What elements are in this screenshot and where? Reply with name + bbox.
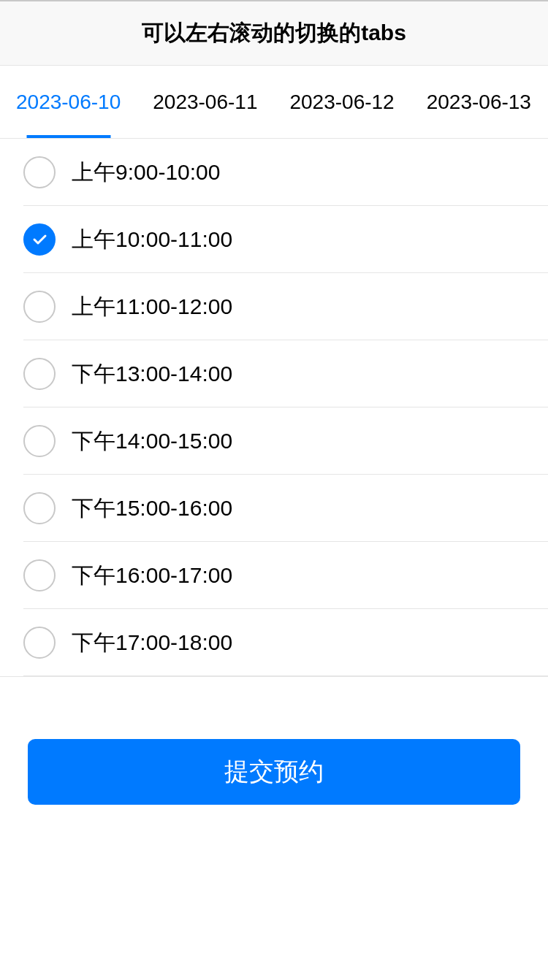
time-slot-item[interactable]: 下午16:00-17:00 [0, 542, 548, 609]
radio-button[interactable] [23, 358, 56, 390]
tab-date-0[interactable]: 2023-06-10 [0, 66, 137, 138]
time-slot-label: 上午10:00-11:00 [72, 225, 232, 255]
time-slot-label: 上午9:00-10:00 [72, 158, 220, 188]
date-tabs[interactable]: 2023-06-10 2023-06-11 2023-06-12 2023-06… [0, 66, 548, 139]
radio-button[interactable] [23, 223, 56, 256]
page-title: 可以左右滚动的切换的tabs [142, 18, 406, 48]
tab-date-3[interactable]: 2023-06-13 [411, 66, 547, 138]
tab-label: 2023-06-10 [16, 91, 121, 114]
time-slot-label: 下午16:00-17:00 [72, 561, 232, 591]
time-slot-item[interactable]: 上午9:00-10:00 [0, 139, 548, 206]
tab-label: 2023-06-12 [289, 91, 394, 114]
time-slot-item[interactable]: 上午11:00-12:00 [0, 273, 548, 340]
header: 可以左右滚动的切换的tabs [0, 0, 548, 66]
radio-button[interactable] [23, 627, 56, 659]
radio-button[interactable] [23, 425, 56, 457]
submit-button[interactable]: 提交预约 [28, 739, 520, 805]
time-slot-item[interactable]: 下午14:00-15:00 [0, 407, 548, 475]
time-slot-item[interactable]: 下午15:00-16:00 [0, 475, 548, 542]
radio-button[interactable] [23, 492, 56, 524]
time-slot-label: 下午17:00-18:00 [72, 628, 232, 658]
tab-date-2[interactable]: 2023-06-12 [273, 66, 410, 138]
check-icon [31, 231, 48, 248]
time-slot-item[interactable]: 下午13:00-14:00 [0, 340, 548, 407]
time-slot-list: 上午9:00-10:00 上午10:00-11:00 上午11:00-12:00… [0, 139, 548, 677]
time-slot-item[interactable]: 上午10:00-11:00 [0, 206, 548, 273]
radio-button[interactable] [23, 156, 56, 188]
tab-date-1[interactable]: 2023-06-11 [137, 66, 273, 138]
tab-label: 2023-06-11 [153, 91, 257, 114]
time-slot-label: 下午14:00-15:00 [72, 426, 232, 456]
time-slot-label: 下午13:00-14:00 [72, 359, 232, 389]
footer: 提交预约 [0, 677, 548, 805]
tab-label: 2023-06-13 [427, 91, 531, 114]
time-slot-label: 上午11:00-12:00 [72, 292, 232, 322]
radio-button[interactable] [23, 559, 56, 592]
radio-button[interactable] [23, 291, 56, 323]
time-slot-label: 下午15:00-16:00 [72, 494, 232, 524]
submit-button-label: 提交预约 [224, 755, 324, 789]
time-slot-item[interactable]: 下午17:00-18:00 [0, 609, 548, 676]
